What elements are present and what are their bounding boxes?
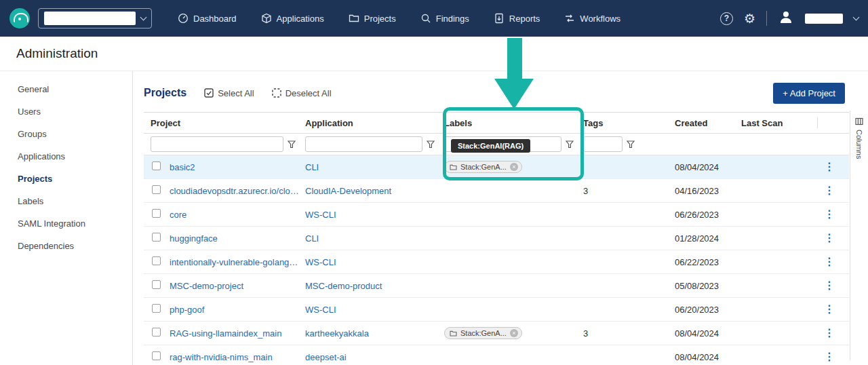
table-row[interactable]: core WS-CLI 06/26/2023 ⋮: [144, 203, 849, 227]
columns-panel-toggle[interactable]: Columns: [850, 111, 868, 360]
row-checkbox[interactable]: [152, 233, 161, 242]
chevron-down-icon: [140, 14, 147, 21]
chevron-down-icon[interactable]: [853, 14, 860, 21]
label-chip-text: Stack:GenA...: [460, 163, 507, 171]
help-icon[interactable]: ?: [720, 12, 733, 25]
created-date: 04/16/2023: [675, 186, 719, 196]
created-date: 01/28/2024: [675, 233, 719, 244]
row-menu-icon[interactable]: ⋮: [824, 280, 835, 291]
row-checkbox[interactable]: [152, 185, 161, 194]
row-checkbox[interactable]: [152, 256, 161, 265]
row-menu-icon[interactable]: ⋮: [824, 303, 835, 315]
application-link[interactable]: deepset-ai: [305, 352, 444, 362]
application-link[interactable]: CLI: [305, 233, 444, 244]
column-header-project: Project: [144, 118, 305, 128]
nav-applications[interactable]: Applications: [261, 13, 324, 24]
gear-icon[interactable]: ⚙: [744, 12, 755, 25]
select-all-button[interactable]: Select All: [204, 88, 254, 98]
nav-projects[interactable]: Projects: [349, 13, 396, 24]
tags-value: 3: [583, 186, 588, 196]
row-checkbox[interactable]: [152, 351, 161, 360]
row-checkbox[interactable]: [152, 209, 161, 218]
projects-toolbar: Projects Select All Deselect All + Add P…: [144, 81, 868, 105]
application-link[interactable]: WS-CLI: [305, 305, 444, 315]
nav-label: Findings: [436, 14, 469, 24]
nav-reports[interactable]: Reports: [494, 13, 540, 24]
project-link[interactable]: RAG-using-llamaindex_main: [170, 328, 305, 339]
nav-dashboard[interactable]: Dashboard: [178, 13, 237, 24]
redacted-user-name: [805, 14, 843, 24]
table-row[interactable]: intentionally-vulnerable-golang-proj WS-…: [144, 250, 849, 274]
filter-funnel-icon[interactable]: [566, 140, 574, 149]
application-link[interactable]: kartheekyakkala: [305, 328, 444, 339]
created-date: 08/04/2024: [675, 352, 719, 362]
created-date: 06/26/2023: [675, 210, 719, 220]
filter-funnel-icon[interactable]: [627, 140, 635, 149]
column-header-menu: [817, 117, 842, 128]
sidebar-item-users[interactable]: Users: [0, 100, 132, 123]
project-link[interactable]: basic2: [170, 162, 305, 172]
row-menu-icon[interactable]: ⋮: [824, 208, 835, 220]
row-checkbox[interactable]: [152, 280, 161, 289]
application-link[interactable]: CloudIA-Development: [305, 186, 444, 196]
remove-label-icon[interactable]: ×: [510, 163, 518, 171]
deselect-all-button[interactable]: Deselect All: [272, 88, 332, 98]
columns-panel-label: Columns: [855, 130, 863, 159]
nav-findings[interactable]: Findings: [420, 13, 469, 24]
row-menu-icon[interactable]: ⋮: [824, 161, 835, 172]
table-row[interactable]: rag-with-nvidia-nims_main deepset-ai 08/…: [144, 345, 849, 365]
table-row[interactable]: php-goof WS-CLI 06/20/2023 ⋮: [144, 298, 849, 322]
organization-selector[interactable]: [38, 8, 152, 28]
sidebar-item-labels[interactable]: Labels: [0, 190, 132, 212]
row-menu-icon[interactable]: ⋮: [824, 232, 835, 244]
sidebar-item-applications[interactable]: Applications: [0, 145, 132, 168]
project-link[interactable]: rag-with-nvidia-nims_main: [170, 352, 305, 362]
filter-funnel-icon[interactable]: [427, 140, 435, 149]
nav-workflows[interactable]: Workflows: [564, 13, 620, 24]
project-link[interactable]: huggingface: [170, 233, 305, 244]
sidebar-item-groups[interactable]: Groups: [0, 123, 132, 145]
filter-funnel-icon[interactable]: [288, 140, 296, 149]
findings-icon: [420, 13, 431, 24]
user-avatar-icon[interactable]: [778, 9, 794, 28]
row-checkbox[interactable]: [152, 328, 161, 337]
sidebar-item-general[interactable]: General: [0, 78, 132, 100]
project-link[interactable]: MSC-demo-project: [170, 281, 305, 291]
application-link[interactable]: MSC-demo-product: [305, 281, 444, 291]
table-row[interactable]: basic2 CLI Stack:GenA... × 08/04/2024 ⋮: [144, 155, 849, 179]
project-link[interactable]: core: [170, 210, 305, 220]
project-link[interactable]: intentionally-vulnerable-golang-proj: [170, 257, 305, 267]
admin-sidebar: General Users Groups Applications Projec…: [0, 71, 133, 365]
project-link[interactable]: php-goof: [170, 305, 305, 315]
application-filter-input[interactable]: [305, 136, 422, 152]
nav-label: Reports: [509, 14, 540, 24]
tags-filter-input[interactable]: [583, 136, 623, 152]
nav-label: Workflows: [580, 14, 620, 24]
remove-label-icon[interactable]: ×: [510, 329, 518, 337]
application-link[interactable]: WS-CLI: [305, 257, 444, 267]
row-menu-icon[interactable]: ⋮: [824, 185, 835, 196]
application-link[interactable]: CLI: [305, 162, 444, 172]
top-navigation: Dashboard Applications Projects Findings…: [0, 0, 868, 37]
row-checkbox[interactable]: [152, 304, 161, 313]
brand-logo[interactable]: [9, 8, 30, 28]
sidebar-item-saml-integration[interactable]: SAML Integration: [0, 212, 132, 235]
table-row[interactable]: MSC-demo-project MSC-demo-product 05/08/…: [144, 274, 849, 298]
sidebar-item-dependencies[interactable]: Dependencies: [0, 235, 132, 257]
label-chip[interactable]: Stack:GenA... ×: [444, 327, 522, 339]
table-filter-row: Stack:GenAI(RAG): [144, 134, 849, 155]
sidebar-item-projects[interactable]: Projects: [0, 168, 132, 190]
row-menu-icon[interactable]: ⋮: [824, 256, 835, 267]
table-row[interactable]: huggingface CLI 01/28/2024 ⋮: [144, 227, 849, 250]
row-menu-icon[interactable]: ⋮: [824, 327, 835, 339]
project-link[interactable]: cloudiadevopsdtr.azurecr.io/cloudia/: [170, 186, 305, 196]
row-menu-icon[interactable]: ⋮: [824, 351, 835, 362]
row-checkbox[interactable]: [152, 161, 161, 170]
table-row[interactable]: cloudiadevopsdtr.azurecr.io/cloudia/ Clo…: [144, 179, 849, 203]
add-project-button[interactable]: + Add Project: [773, 83, 845, 104]
label-chip[interactable]: Stack:GenA... ×: [444, 161, 522, 173]
table-row[interactable]: RAG-using-llamaindex_main kartheekyakkal…: [144, 322, 849, 345]
application-link[interactable]: WS-CLI: [305, 210, 444, 220]
project-filter-input[interactable]: [151, 136, 283, 152]
workflows-icon: [564, 13, 575, 24]
